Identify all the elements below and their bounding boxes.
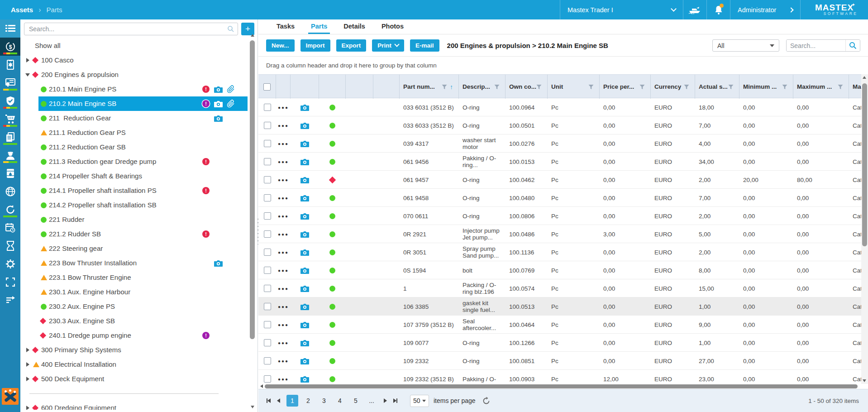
table-row[interactable]: ●●●1Packing / O-ring blz.196100.0574Pc0,… — [258, 279, 868, 297]
row-checkbox[interactable] — [264, 104, 271, 111]
filter-funnel-icon[interactable] — [442, 84, 447, 90]
prev-page-button[interactable] — [277, 398, 280, 403]
tree-show-all[interactable]: Show all — [20, 38, 250, 53]
table-row[interactable]: ●●●061 9457O-ring100.0462Pc0,00EURO2,002… — [258, 171, 868, 189]
expand-arrow-icon[interactable] — [26, 362, 29, 367]
tab-parts[interactable]: Parts — [311, 19, 327, 34]
scroll-left-icon[interactable] — [260, 384, 263, 388]
tab-photos[interactable]: Photos — [382, 19, 404, 34]
camera-icon[interactable] — [300, 358, 309, 364]
row-checkbox[interactable] — [264, 122, 271, 129]
row-menu-button[interactable]: ●●● — [278, 141, 289, 146]
notifications-button[interactable] — [706, 0, 730, 19]
tree-scrollbar[interactable] — [249, 34, 255, 408]
tree-item[interactable]: 230.1 Aux. Engine Harbour — [20, 285, 250, 299]
import-button[interactable]: Import — [300, 39, 330, 52]
col-minimum[interactable]: Minimum ... — [739, 75, 793, 99]
camera-icon[interactable] — [300, 321, 309, 328]
camera-icon[interactable] — [300, 140, 309, 147]
row-checkbox[interactable] — [264, 357, 271, 364]
row-menu-button[interactable]: ●●● — [278, 304, 289, 309]
tree-search-input[interactable] — [24, 23, 238, 35]
parts-search-input[interactable] — [787, 40, 845, 51]
row-checkbox[interactable] — [264, 375, 271, 383]
tree-item[interactable]: 214.2 Propeller shaft installation SB — [20, 198, 250, 212]
row-checkbox[interactable] — [264, 158, 271, 165]
tree-item[interactable]: 214.1 Propeller shaft installation PS! — [20, 183, 250, 198]
tree-item[interactable]: 300 Primary Ship Systems — [20, 343, 250, 357]
filter-funnel-icon[interactable] — [728, 84, 734, 90]
row-checkbox[interactable] — [264, 194, 271, 201]
row-menu-button[interactable]: ●●● — [278, 268, 289, 273]
col-price[interactable]: Price per... — [600, 75, 651, 99]
group-by-bar[interactable]: Drag a column header and drop it here to… — [258, 57, 868, 74]
scroll-up-icon[interactable] — [251, 34, 254, 37]
transfer-arrows-nav-button[interactable] — [0, 291, 20, 309]
camera-icon[interactable] — [300, 267, 309, 274]
table-row[interactable]: ●●●0S 1594bolt100.0769Pc0,00EURO8,000,00… — [258, 261, 868, 279]
row-menu-button[interactable]: ●●● — [278, 377, 289, 382]
tree-item[interactable]: 240.1 Dredge pump engine! — [20, 328, 250, 343]
tab-details[interactable]: Details — [343, 19, 365, 34]
row-checkbox[interactable] — [264, 140, 271, 147]
safety-shield-nav-button[interactable] — [0, 92, 20, 110]
col-own_code[interactable]: Own co... — [506, 75, 548, 99]
tree-scrollbar-thumb[interactable] — [250, 40, 255, 339]
row-checkbox[interactable] — [264, 249, 271, 256]
refresh-icon[interactable] — [482, 397, 491, 405]
row-checkbox[interactable] — [264, 267, 271, 274]
row-menu-button[interactable]: ●●● — [278, 286, 289, 291]
page-button-4[interactable]: 4 — [334, 395, 346, 407]
table-row[interactable]: ●●●109 0077O-ring100.1266Pc0,00EURO1,000… — [258, 334, 868, 352]
page-button-2[interactable]: 2 — [302, 395, 314, 407]
row-menu-button[interactable]: ●●● — [278, 250, 289, 255]
col-unit[interactable]: Unit — [548, 75, 600, 99]
row-checkbox[interactable] — [264, 176, 271, 183]
row-menu-button[interactable]: ●●● — [278, 159, 289, 164]
col-select[interactable] — [258, 75, 276, 99]
col-part_number[interactable]: Part num...↑ — [400, 75, 459, 99]
budget-target-nav-button[interactable]: $ — [0, 38, 20, 56]
row-checkbox[interactable] — [264, 339, 271, 346]
document-settings-nav-button[interactable] — [0, 56, 20, 74]
table-row[interactable]: ●●●061 9456Pakking / O-ring...100.0153Pc… — [258, 153, 868, 171]
tree-item[interactable]: 210.2 Main Engine SB! — [20, 96, 250, 111]
tree-item[interactable]: 221 Rudder — [20, 212, 250, 227]
breadcrumb-parts[interactable]: Parts — [47, 6, 62, 14]
row-checkbox[interactable] — [264, 285, 271, 292]
new-button[interactable]: New... — [266, 39, 295, 52]
panel-splitter[interactable] — [257, 217, 259, 244]
crew-nav-button[interactable] — [0, 146, 20, 164]
table-scrollbar-thumb[interactable] — [862, 83, 867, 246]
scroll-up-icon[interactable] — [863, 76, 866, 79]
filter-funnel-icon[interactable] — [494, 84, 500, 90]
camera-icon[interactable] — [300, 195, 309, 201]
hourglass-nav-button[interactable] — [0, 237, 20, 255]
camera-icon[interactable] — [300, 303, 309, 310]
row-menu-button[interactable]: ●●● — [278, 196, 289, 201]
table-horizontal-scrollbar[interactable] — [258, 384, 868, 389]
export-button[interactable]: Export — [336, 39, 367, 52]
camera-icon[interactable] — [300, 376, 309, 383]
col-maximum[interactable]: Maximum ... — [793, 75, 849, 99]
table-row[interactable]: ●●●107 3759 (3512 B)Sealaftercooler...10… — [258, 316, 868, 334]
tab-tasks[interactable]: Tasks — [277, 19, 295, 34]
tree-item[interactable]: 222 Steering gear — [20, 241, 250, 256]
page-ellipsis[interactable]: ... — [366, 395, 377, 407]
row-checkbox[interactable] — [264, 303, 271, 310]
filter-funnel-icon[interactable] — [782, 84, 787, 90]
page-button-1[interactable]: 1 — [286, 395, 298, 407]
vessel-selector[interactable]: Mastex Trader I — [560, 0, 683, 19]
expand-arrow-icon[interactable] — [26, 406, 29, 410]
row-checkbox[interactable] — [264, 212, 271, 220]
table-row[interactable]: ●●●106 3385gasket kitsingle fuel...100.0… — [258, 297, 868, 316]
expand-arrow-icon[interactable] — [26, 377, 29, 381]
camera-icon[interactable] — [300, 104, 309, 111]
camera-icon[interactable] — [300, 177, 309, 183]
row-menu-button[interactable]: ●●● — [278, 322, 289, 327]
tree-item[interactable]: 221.2 Rudder SB! — [20, 227, 250, 241]
table-row[interactable]: ●●●0R 2921Injector pumpJet pump...100.04… — [258, 225, 868, 243]
asset-list-nav-button[interactable] — [0, 19, 20, 38]
col-description[interactable]: Descrip... — [459, 75, 506, 99]
table-row[interactable]: ●●●109 2332O-ring100.0851Pc0,00EURO27,00… — [258, 352, 868, 370]
